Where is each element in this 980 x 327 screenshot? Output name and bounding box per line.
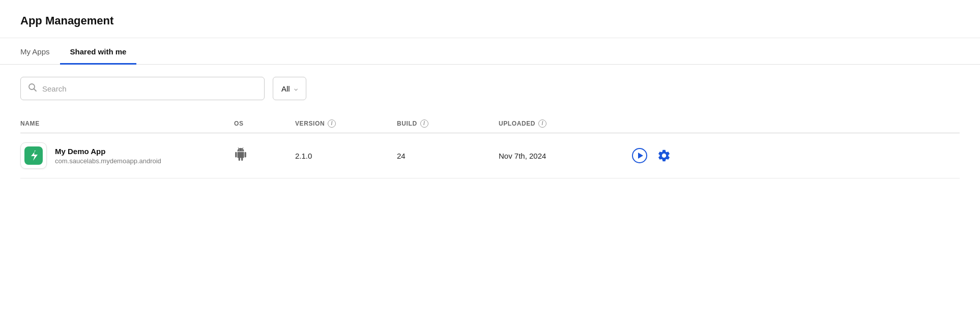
tabs-bar: My Apps Shared with me	[0, 38, 980, 65]
tab-shared-with-me[interactable]: Shared with me	[60, 38, 137, 65]
build-cell: 24	[397, 152, 499, 160]
version-info-icon[interactable]: i	[328, 120, 336, 128]
app-name-bundle: My Demo App com.saucelabs.mydemoapp.andr…	[55, 147, 161, 165]
col-header-os: OS	[234, 120, 295, 128]
os-icon-cell	[234, 147, 295, 164]
table-header-row: NAME OS VERSION i BUILD i UPLOADED i	[20, 114, 960, 133]
build-info-icon[interactable]: i	[420, 120, 428, 128]
app-name: My Demo App	[55, 147, 161, 156]
col-header-version: VERSION i	[295, 120, 397, 128]
search-icon	[28, 83, 37, 94]
actions-cell	[631, 147, 960, 164]
android-icon	[234, 147, 247, 161]
page-header: App Management	[0, 0, 980, 38]
search-wrapper	[20, 77, 265, 100]
uploaded-cell: Nov 7th, 2024	[499, 152, 631, 160]
play-icon	[631, 147, 648, 164]
svg-marker-4	[638, 153, 643, 159]
filter-dropdown[interactable]: All ⌵	[273, 77, 306, 100]
app-bundle-id: com.saucelabs.mydemoapp.android	[55, 157, 161, 165]
content-area: All ⌵ NAME OS VERSION i BUILD i UPLOADED	[0, 65, 980, 179]
table: NAME OS VERSION i BUILD i UPLOADED i	[20, 114, 960, 179]
tab-my-apps[interactable]: My Apps	[20, 38, 60, 65]
search-input[interactable]	[42, 84, 257, 93]
filters-row: All ⌵	[20, 77, 960, 100]
gear-icon	[657, 148, 671, 163]
svg-line-1	[34, 89, 37, 92]
table-row: My Demo App com.saucelabs.mydemoapp.andr…	[20, 133, 960, 179]
chevron-down-icon: ⌵	[294, 85, 298, 92]
uploaded-info-icon[interactable]: i	[538, 120, 546, 128]
col-header-actions	[631, 120, 960, 128]
app-icon-box	[20, 142, 47, 169]
app-icon	[24, 146, 43, 165]
col-header-name: NAME	[20, 120, 234, 128]
play-button[interactable]	[631, 147, 648, 164]
page-title: App Management	[20, 14, 960, 27]
col-header-uploaded: UPLOADED i	[499, 120, 631, 128]
app-info-cell: My Demo App com.saucelabs.mydemoapp.andr…	[20, 142, 234, 169]
col-header-build: BUILD i	[397, 120, 499, 128]
settings-button[interactable]	[655, 147, 673, 164]
version-cell: 2.1.0	[295, 152, 397, 160]
